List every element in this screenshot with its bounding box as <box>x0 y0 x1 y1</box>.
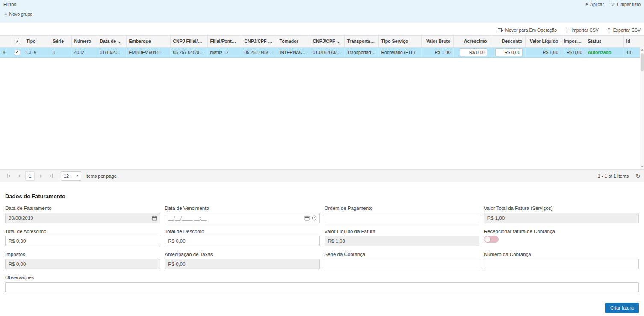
cell-valor-liquido: R$ 1,00 <box>525 47 561 57</box>
scrollbar-thumb[interactable] <box>641 53 644 71</box>
column-header-cnpj-tomador[interactable]: CNPJ/CPF Tomador <box>242 36 277 47</box>
billing-section: Dados de Faturamento Data de Faturamento <box>0 188 644 313</box>
column-header-tipo[interactable]: Tipo <box>24 36 50 47</box>
new-group-button[interactable]: + Novo grupo <box>4 11 32 17</box>
valor-liquido-fatura-input[interactable] <box>325 236 479 246</box>
serie-cobranca-label: Série da Cobrança <box>325 252 479 257</box>
column-header-serie[interactable]: Série <box>50 36 71 47</box>
data-faturamento-label: Data de Faturamento <box>5 206 160 211</box>
column-header-valor-bruto[interactable]: Valor Bruto <box>421 36 453 47</box>
total-acrescimo-input[interactable] <box>5 236 160 246</box>
create-invoice-button[interactable]: Criar fatura <box>605 303 639 313</box>
calendar-icon[interactable] <box>304 215 310 221</box>
check-icon: ✓ <box>15 50 19 54</box>
total-desconto-input[interactable] <box>165 236 319 246</box>
select-all-column-header: ✓ <box>12 36 24 47</box>
scroll-up-icon[interactable] <box>641 49 644 51</box>
field-data-faturamento: Data de Faturamento <box>5 206 160 223</box>
acrescimo-input[interactable] <box>460 48 487 56</box>
pager: 1 12 ▾ items per page 1 - 1 of 1 items ↻ <box>0 169 644 182</box>
expand-row-icon[interactable]: + <box>3 49 6 55</box>
antecipacao-taxas-input[interactable] <box>165 259 319 269</box>
cell-cnpj-filial: 05.257.045/0001-60 <box>170 47 207 57</box>
recepcionar-cobranca-toggle[interactable] <box>484 236 499 243</box>
clear-filter-button[interactable]: Limpar filtro <box>611 2 641 7</box>
column-header-desconto[interactable]: Desconto <box>490 36 525 47</box>
valor-total-fatura-input[interactable] <box>484 213 639 223</box>
column-header-status[interactable]: Status <box>585 36 623 47</box>
grid-header-row: ✓ Tipo Série Número Data de Emiss... Emb… <box>0 36 640 47</box>
field-valor-total-fatura: Valor Total da Fatura (Serviços) <box>484 206 639 223</box>
cell-transportador: Transportador 01 <box>344 47 378 57</box>
calendar-icon[interactable] <box>152 215 157 221</box>
scroll-down-icon[interactable] <box>641 166 644 167</box>
data-faturamento-input[interactable] <box>5 213 160 223</box>
app: Filtros ▶ Aplicar Limpar filtro + Novo <box>0 0 644 316</box>
filters-title: Filtros <box>3 2 16 7</box>
documents-grid: ✓ Tipo Série Número Data de Emiss... Emb… <box>0 35 644 169</box>
refresh-icon[interactable]: ↻ <box>635 173 641 179</box>
filter-clear-icon <box>611 2 615 7</box>
column-header-tipo-servico[interactable]: Tipo Serviço <box>378 36 421 47</box>
current-page-button[interactable]: 1 <box>25 171 35 181</box>
numero-cobranca-input[interactable] <box>484 259 639 269</box>
observacoes-input[interactable] <box>5 282 639 292</box>
cell-valor-bruto: R$ 1,00 <box>421 47 453 57</box>
import-csv-icon <box>564 28 570 33</box>
apply-filter-button[interactable]: ▶ Aplicar <box>586 2 604 7</box>
antecipacao-taxas-label: Antecipação de Taxas <box>165 252 319 257</box>
impostos-input[interactable] <box>5 259 160 269</box>
select-all-checkbox[interactable]: ✓ <box>15 39 20 44</box>
field-valor-liquido-fatura: Valor Líquido da Fatura <box>325 229 479 246</box>
column-header-id[interactable]: Id <box>623 36 640 47</box>
column-header-numero[interactable]: Número <box>71 36 97 47</box>
ordem-pagamento-input[interactable] <box>325 213 479 223</box>
valor-total-fatura-label: Valor Total da Fatura (Serviços) <box>484 206 639 211</box>
column-header-valor-liquido[interactable]: Valor Líquido <box>525 36 561 47</box>
column-header-transportador[interactable]: Transportador <box>344 36 378 47</box>
first-page-button[interactable] <box>3 171 14 181</box>
apply-filter-label: Aplicar <box>590 2 604 7</box>
cell-cnpj-transportador: 01.016.473/0001-40 <box>310 47 344 57</box>
cell-desconto <box>490 47 525 57</box>
next-page-button[interactable] <box>36 171 46 181</box>
page-title: Dados de Faturamento <box>0 193 644 200</box>
cell-tipo-servico: Rodoviário (FTL) <box>378 47 421 57</box>
column-header-embarque[interactable]: Embarque <box>126 36 170 47</box>
import-csv-button[interactable]: Importar CSV <box>564 27 599 33</box>
previous-page-button[interactable] <box>14 171 24 181</box>
column-header-acrescimo[interactable]: Acréscimo <box>453 36 490 47</box>
serie-cobranca-input[interactable] <box>325 259 479 269</box>
column-header-tomador[interactable]: Tomador <box>277 36 310 47</box>
toggle-knob <box>484 236 490 242</box>
column-header-cnpj-transportador[interactable]: CNPJ/CPF Transp... <box>310 36 344 47</box>
desconto-input[interactable] <box>495 48 523 56</box>
column-header-impostos[interactable]: Impostos <box>561 36 585 47</box>
table-row[interactable]: + ✓ CT-e 1 4082 01/10/2018 11:07 EMBDEV.… <box>0 47 640 57</box>
column-header-filial[interactable]: Filial/Ponto de O... <box>207 36 242 47</box>
move-to-operation-button[interactable]: Mover para Em Operação <box>498 27 557 33</box>
clock-icon[interactable] <box>312 215 317 221</box>
field-antecipacao-taxas: Antecipação de Taxas <box>165 252 319 269</box>
scrollbar-track[interactable] <box>640 47 644 169</box>
data-vencimento-input[interactable] <box>165 213 319 223</box>
filters-panel: Filtros ▶ Aplicar Limpar filtro + Novo <box>0 0 644 23</box>
page-size-select[interactable]: 12 ▾ <box>61 171 81 181</box>
field-total-desconto: Total de Desconto <box>165 229 319 246</box>
column-header-data-emissao[interactable]: Data de Emiss... <box>97 36 126 47</box>
field-recepcionar-cobranca: Recepcionar fatura de Cobrança <box>484 229 639 246</box>
plus-icon: + <box>4 11 8 17</box>
grid-vertical-scrollbar[interactable] <box>640 36 644 169</box>
chevron-down-icon: ▾ <box>76 174 78 178</box>
recepcionar-cobranca-label: Recepcionar fatura de Cobrança <box>484 229 639 234</box>
total-acrescimo-label: Total de Acréscimo <box>5 229 160 234</box>
items-per-page-label: items per page <box>86 173 117 179</box>
observacoes-label: Observações <box>5 275 639 280</box>
row-checkbox[interactable]: ✓ <box>15 50 20 55</box>
export-csv-button[interactable]: Exportar CSV <box>606 27 641 33</box>
scrollbar-header-filler <box>640 36 644 47</box>
last-page-button[interactable] <box>46 171 56 181</box>
ordem-pagamento-label: Ordem de Pagamento <box>325 206 479 211</box>
column-header-cnpj-filial[interactable]: CNPJ Filial/Ponto de ... <box>170 36 207 47</box>
cell-cnpj-tomador: 05.257.045/0001-60 <box>242 47 277 57</box>
